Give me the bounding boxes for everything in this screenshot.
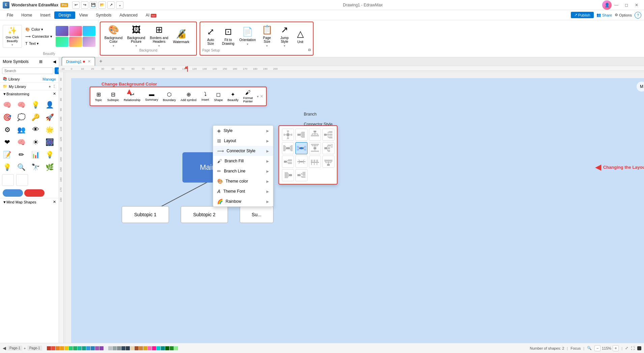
brain-icon-24[interactable]: 🌿 [44, 161, 56, 173]
swatch-25[interactable] [152, 346, 156, 350]
brain-icon-7[interactable]: 🔑 [30, 111, 41, 123]
page-size-button[interactable]: 📋 PageSize ▼ [259, 24, 275, 48]
watermark-button[interactable]: 🔏 Watermark [171, 24, 192, 48]
beautify-preset-2[interactable] [69, 26, 82, 36]
brain-icon-23[interactable]: 🔭 [30, 161, 41, 173]
ft-add-symbol-button[interactable]: ⊕ Add symbol [179, 90, 199, 103]
ctx-connector-style[interactable]: ⟿ Connector Style ▶ [213, 146, 273, 156]
canvas-menu-icon[interactable]: M [637, 82, 644, 92]
brain-icon-15[interactable]: ☀ [30, 136, 41, 148]
publish-button[interactable]: ↗ Publish [571, 12, 594, 18]
undo-button[interactable]: ↩ [72, 1, 80, 9]
orientation-button[interactable]: 📄 Orientation ▼ [237, 24, 258, 48]
brain-icon-16[interactable]: 🎆 [44, 136, 56, 148]
canvas[interactable]: Main Idea Subtopic 1 Subtopic 2 Su... ⊞ … [71, 78, 644, 343]
brain-shape-1[interactable] [2, 174, 14, 186]
subtopic1-node[interactable]: Subtopic 1 [122, 206, 169, 223]
swatch-7[interactable] [73, 346, 77, 350]
user-avatar[interactable]: 👤 [602, 0, 612, 10]
layout-item-left-right[interactable] [282, 142, 294, 154]
open-button[interactable]: 📂 [98, 1, 106, 9]
menu-advanced[interactable]: Advanced [116, 11, 142, 19]
help-button[interactable]: ? [635, 12, 641, 19]
layout-item-tree-lr[interactable] [322, 142, 334, 154]
close-button[interactable]: ✕ [632, 1, 641, 9]
layout-item-tree-compact[interactable] [282, 156, 294, 168]
swatch-29[interactable] [170, 346, 174, 350]
swatch-18[interactable] [121, 346, 125, 350]
text-button[interactable]: T Text ▾ [23, 40, 54, 47]
my-library-item[interactable]: 📁 My Library + ⋮ [0, 83, 59, 90]
brain-icon-9[interactable]: ⚙ [1, 124, 13, 135]
add-tab-button[interactable]: + [96, 57, 105, 66]
search-button[interactable]: Search [55, 67, 59, 74]
page-1-tab[interactable]: Page-1 [7, 346, 22, 351]
mindmap-close-icon[interactable]: ✕ [53, 200, 56, 204]
swatch-11[interactable] [91, 346, 95, 350]
swatch-28[interactable] [165, 346, 169, 350]
manage-button[interactable]: Manage [42, 77, 56, 81]
jump-style-button[interactable]: ↗ JumpStyle ▼ [276, 24, 293, 48]
tab-drawing1[interactable]: Drawing1 ✕ [62, 57, 95, 66]
layout-item-org-down[interactable] [309, 129, 321, 141]
save-button[interactable]: 💾 [90, 1, 97, 9]
brain-icon-8[interactable]: 🚀 [44, 111, 56, 123]
menu-ai[interactable]: AI hot [142, 11, 160, 19]
fit-to-drawing-button[interactable]: ⊡ Fit toDrawing [220, 24, 237, 48]
swatch-1[interactable] [47, 346, 51, 350]
swatch-6[interactable] [69, 346, 73, 350]
swatch-21[interactable] [135, 346, 139, 350]
subtopic3-node[interactable]: Su... [240, 206, 273, 223]
menu-file[interactable]: File [3, 11, 17, 19]
beautify-preset-4[interactable] [56, 37, 68, 47]
layout-item-bottom[interactable] [322, 156, 334, 168]
ctx-rainbow[interactable]: 🌈 Rainbow ▶ [213, 196, 273, 206]
ctx-layout[interactable]: ⊞ Layout ▶ [213, 136, 273, 146]
ctx-branch-fill[interactable]: 🖌 Branch Fill ▶ [213, 156, 273, 166]
swatch-3[interactable] [56, 346, 60, 350]
redo-button[interactable]: ↪ [81, 1, 88, 9]
brain-icon-2[interactable]: 🧠 [16, 99, 27, 110]
color-black-swatch[interactable] [637, 346, 641, 350]
layout-item-timeline-top[interactable] [309, 156, 321, 168]
more-button[interactable]: ⌄ [116, 1, 123, 9]
brain-icon-10[interactable]: 👥 [16, 124, 27, 135]
swatch-13[interactable] [99, 346, 104, 350]
brain-icon-12[interactable]: 🌟 [44, 124, 56, 135]
layout-item-fish-right[interactable] [295, 156, 308, 168]
swatch-9[interactable] [82, 346, 86, 350]
brain-icon-4[interactable]: 👤 [44, 99, 56, 110]
brainstorm-close-icon[interactable]: ✕ [53, 92, 56, 96]
swatch-10[interactable] [86, 346, 90, 350]
brain-icon-6[interactable]: 💭 [16, 111, 27, 123]
brain-shape-2[interactable] [16, 174, 28, 186]
borders-headers-button[interactable]: ⊞ Borders andHeaders ▼ [148, 24, 170, 48]
search-input[interactable] [2, 67, 53, 74]
swatch-23[interactable] [143, 346, 147, 350]
swatch-14[interactable] [104, 346, 108, 350]
unit-button[interactable]: △ Unit [294, 24, 307, 48]
shape-blue-pill[interactable] [3, 189, 23, 197]
ctx-theme-font[interactable]: A Theme Font ▶ [213, 186, 273, 196]
minimize-button[interactable]: — [612, 1, 621, 9]
swatch-20[interactable] [130, 346, 134, 350]
menu-design[interactable]: Design [54, 11, 75, 19]
brain-icon-18[interactable]: ✏ [16, 149, 27, 160]
layout-item-selected[interactable] [295, 142, 308, 154]
my-library-more-icon[interactable]: ⋮ [52, 84, 56, 89]
add-page-button[interactable]: + [24, 346, 26, 350]
brain-icon-11[interactable]: 👁 [30, 124, 41, 135]
bg-color-button[interactable]: 🎨 BackgroundColor ▼ [103, 24, 124, 48]
zoom-out-button[interactable]: − [594, 345, 601, 351]
bg-picture-button[interactable]: 🖼 BackgroundPicture ▼ [125, 24, 147, 48]
share-button[interactable]: 👥 Share [596, 13, 612, 17]
one-click-beautify-button[interactable]: ✨ One ClickBeautify ▼ [3, 25, 22, 48]
color-button[interactable]: 🎨 Color ▾ [23, 26, 54, 33]
ctx-theme-color[interactable]: 🎨 Theme color ▶ [213, 176, 273, 186]
brain-icon-5[interactable]: 🎯 [1, 111, 13, 123]
zoom-in-button[interactable]: + [613, 345, 619, 351]
brain-icon-1[interactable]: 🧠 [1, 99, 13, 110]
ft-shape-button[interactable]: ◻ Shape [212, 90, 225, 103]
beautify-preset-3[interactable] [83, 26, 95, 36]
auto-size-button[interactable]: ⤢ AutoSize [202, 24, 219, 48]
